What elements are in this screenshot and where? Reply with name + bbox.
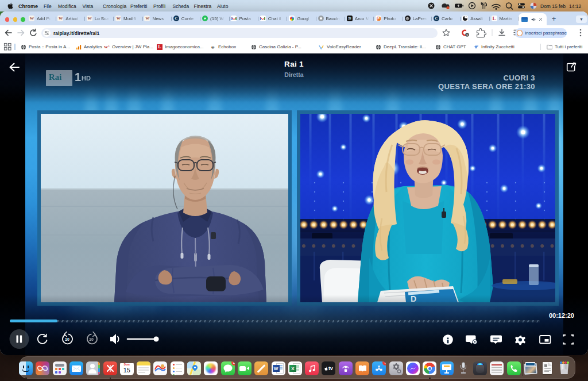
svg-text:10: 10 [65, 337, 69, 341]
svg-text:10: 10 [89, 337, 94, 341]
